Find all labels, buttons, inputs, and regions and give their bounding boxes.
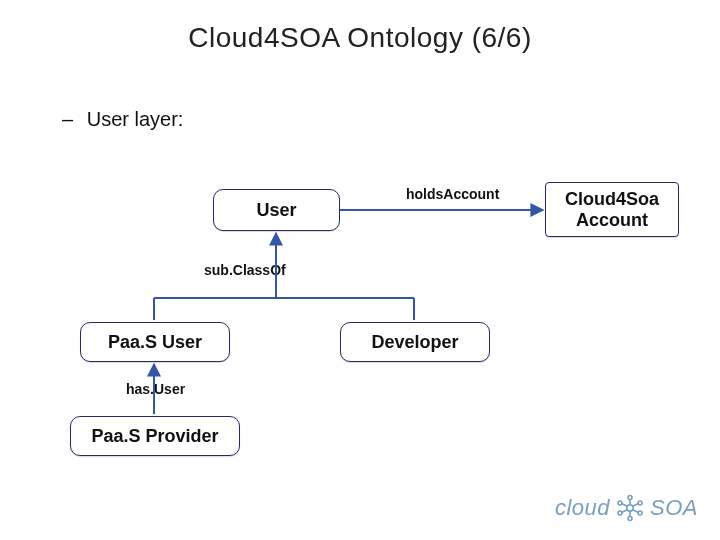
node-user: User	[213, 189, 340, 231]
svg-point-9	[638, 501, 642, 505]
logo-cloud4soa: cloud SOA	[555, 494, 698, 522]
svg-line-15	[633, 504, 638, 506]
diagram-canvas: User Cloud4Soa Account Paa.S User Develo…	[0, 0, 720, 540]
svg-line-18	[622, 510, 627, 512]
svg-line-19	[622, 504, 627, 506]
node-paas-user: Paa.S User	[80, 322, 230, 362]
edge-label-holdsaccount: holdsAccount	[406, 186, 499, 202]
svg-point-10	[638, 511, 642, 515]
svg-point-13	[618, 501, 622, 505]
node-cloud4soa-account: Cloud4Soa Account	[545, 182, 679, 237]
logo-word-cloud: cloud	[555, 495, 610, 521]
svg-line-16	[633, 510, 638, 512]
node-paas-provider: Paa.S Provider	[70, 416, 240, 456]
logo-glyph-icon	[616, 494, 644, 522]
edge-label-hasuser: has.User	[126, 381, 185, 397]
connectors	[0, 0, 720, 540]
svg-point-12	[618, 511, 622, 515]
edge-label-subclassof: sub.ClassOf	[204, 262, 286, 278]
logo-word-soa: SOA	[650, 495, 698, 521]
node-developer: Developer	[340, 322, 490, 362]
